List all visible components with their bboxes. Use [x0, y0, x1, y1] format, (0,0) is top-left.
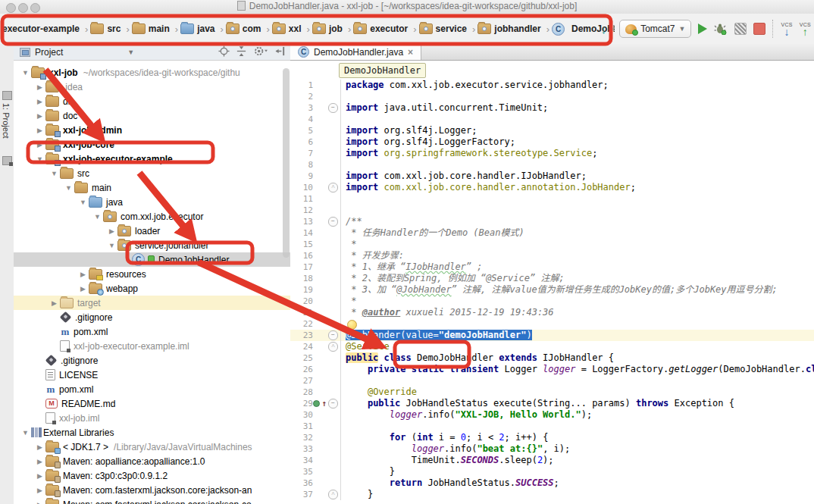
collapse-all-icon[interactable] — [236, 45, 247, 57]
tree-item[interactable]: ▼src — [14, 166, 290, 180]
tree-toggle-icon[interactable]: ▼ — [106, 242, 117, 249]
breadcrumb-item[interactable]: java — [180, 23, 214, 34]
tree-item[interactable]: ▶Maven: c3p0:c3p0:0.9.1.2 — [14, 468, 290, 483]
tree-toggle-icon[interactable]: ▶ — [34, 501, 45, 504]
project-scrollbar-thumb[interactable] — [283, 68, 290, 258]
intention-bulb-icon[interactable] — [347, 320, 357, 330]
tree-item[interactable]: ▼service.jobhandler — [14, 238, 290, 252]
fold-icon[interactable]: ˄ — [328, 490, 338, 499]
tree-toggle-icon[interactable]: ▼ — [92, 213, 103, 221]
tree-item[interactable]: ▶doc — [14, 108, 290, 123]
gutter-icons — [313, 352, 340, 364]
fold-icon[interactable]: − — [328, 330, 338, 340]
locate-icon[interactable] — [218, 45, 230, 57]
tree-item[interactable]: ▼xxl-job~/workspaces/idea-git-workspace/… — [14, 65, 290, 80]
tree-item[interactable]: ▶db — [14, 94, 290, 108]
tree-item[interactable]: ▼External Libraries — [14, 425, 290, 440]
gutter: 21 — [290, 307, 341, 318]
breadcrumb-item[interactable]: executor — [353, 23, 408, 34]
editor-breadcrumb-chip[interactable]: DemoJobHandler — [339, 63, 426, 78]
run-configuration-select[interactable]: Tomcat7 ▼ — [619, 20, 691, 38]
override-marker-icon[interactable]: ↑ — [321, 398, 327, 409]
tree-toggle-icon[interactable]: ▶ — [34, 472, 45, 480]
tree-toggle-icon[interactable]: ▶ — [34, 98, 45, 105]
chevron-down-icon[interactable]: ▼ — [127, 49, 134, 56]
tree-item[interactable]: ▶webapp — [14, 281, 290, 296]
editor-tab-bar: C DemoJobHandler.java × — [290, 44, 814, 61]
tree-item[interactable]: LICENSE — [14, 368, 290, 382]
tree-toggle-icon[interactable]: ▼ — [20, 69, 31, 77]
vcs-commit-button[interactable]: VCS ↑ — [800, 22, 811, 36]
hide-panel-icon[interactable] — [274, 45, 286, 57]
tree-item[interactable]: ▶Maven: aopalliance:aopalliance:1.0 — [14, 454, 290, 468]
breadcrumb-item[interactable]: executor-example — [2, 23, 80, 34]
tree-item[interactable]: ▶.idea — [14, 80, 290, 94]
project-tool-window-button[interactable]: 1: Project — [2, 103, 11, 138]
tree-item[interactable]: ▶Maven: com.fasterxml.jackson.core:jacks… — [14, 483, 290, 497]
tree-toggle-icon[interactable]: ▶ — [77, 271, 89, 278]
fold-icon[interactable]: − — [328, 399, 338, 409]
tree-toggle-icon[interactable]: ▼ — [63, 184, 74, 192]
breadcrumb-item[interactable]: com — [226, 23, 261, 34]
editor-body[interactable]: DemoJobHandler 1package com.xxl.job.exec… — [290, 60, 814, 504]
fold-icon[interactable]: − — [328, 103, 338, 113]
tree-toggle-icon[interactable]: ▼ — [34, 155, 45, 163]
tree-toggle-icon[interactable]: ▶ — [34, 127, 45, 134]
tree-item[interactable]: mpom.xml — [14, 382, 290, 396]
tree-toggle-icon[interactable]: ▶ — [77, 285, 89, 293]
fold-icon[interactable]: − — [328, 217, 338, 227]
tree-item[interactable]: ▼xxl-job-executor-example — [14, 152, 290, 166]
fold-icon[interactable]: ˄ — [328, 342, 338, 352]
stop-button[interactable] — [753, 23, 765, 35]
debug-button[interactable] — [714, 23, 728, 35]
project-tree[interactable]: ▼xxl-job~/workspaces/idea-git-workspace/… — [14, 65, 290, 504]
tree-toggle-icon[interactable]: ▼ — [77, 199, 89, 206]
gear-settings-icon[interactable] — [253, 45, 268, 57]
breadcrumb-item[interactable]: job — [312, 23, 343, 34]
code-view[interactable]: 1package com.xxl.job.executor.service.jo… — [290, 80, 814, 500]
tree-toggle-icon[interactable]: ▶ — [34, 83, 45, 91]
editor-area[interactable]: C DemoJobHandler.java × DemoJobHandler 1… — [290, 44, 814, 504]
gutter: 7 — [290, 148, 341, 159]
breadcrumb-item[interactable]: jobhandler — [477, 23, 540, 34]
tree-item[interactable]: ▶target — [14, 296, 290, 310]
tree-item[interactable]: MREADME.md — [14, 396, 290, 411]
tree-item[interactable]: .gitignore — [14, 353, 290, 368]
navbar-scroll-icon[interactable]: ↓ — [601, 23, 613, 36]
tree-item[interactable]: .gitignore — [14, 310, 290, 324]
tree-toggle-icon[interactable]: ▶ — [34, 443, 45, 451]
coverage-button[interactable] — [734, 23, 747, 35]
tree-item[interactable]: ▶Maven: com.fasterxml.jackson.core:jacks… — [14, 497, 290, 504]
breadcrumb-item[interactable]: xxl — [272, 23, 302, 34]
tree-item[interactable]: CDemoJobHandler — [14, 252, 290, 267]
breadcrumb-item[interactable]: src — [90, 23, 121, 34]
tree-item[interactable]: ▼java — [14, 195, 290, 209]
tree-item[interactable]: ▶xxl-job-admin — [14, 123, 290, 137]
vcs-update-button[interactable]: VCS ↓ — [781, 22, 792, 36]
package-icon — [103, 211, 117, 222]
tree-toggle-icon[interactable]: ▼ — [20, 429, 31, 437]
tree-toggle-icon[interactable]: ▶ — [106, 227, 117, 235]
folder-icon — [132, 23, 146, 34]
tree-toggle-icon[interactable]: ▶ — [34, 458, 45, 465]
tree-item[interactable]: mpom.xml — [14, 324, 290, 339]
tree-item[interactable]: xxl-job.iml — [14, 411, 290, 425]
tree-item[interactable]: ▶xxl-job-core — [14, 137, 290, 152]
tree-item[interactable]: ▼main — [14, 180, 290, 195]
tree-item[interactable]: ▶resources — [14, 267, 290, 281]
tree-toggle-icon[interactable]: ▶ — [34, 112, 45, 120]
breadcrumb-item[interactable]: main — [132, 23, 170, 34]
tab-demojobhandler[interactable]: C DemoJobHandler.java × — [290, 44, 421, 60]
tree-toggle-icon[interactable]: ▶ — [34, 487, 45, 494]
breadcrumb-item[interactable]: service — [419, 23, 467, 34]
tree-toggle-icon[interactable]: ▼ — [49, 170, 60, 177]
tree-toggle-icon[interactable]: ▶ — [34, 141, 45, 149]
tree-item[interactable]: ▶< JDK1.7 >/Library/Java/JavaVirtualMach… — [14, 440, 290, 454]
fold-icon[interactable]: ˄ — [328, 183, 338, 193]
tree-item[interactable]: xxl-job-executor-example.iml — [14, 339, 290, 353]
run-button[interactable] — [698, 23, 707, 34]
tree-toggle-icon[interactable]: ▶ — [49, 299, 60, 307]
tree-item[interactable]: ▶loader — [14, 224, 290, 238]
tree-item[interactable]: ▼com.xxl.job.executor — [14, 209, 290, 224]
close-tab-icon[interactable]: × — [408, 47, 413, 58]
